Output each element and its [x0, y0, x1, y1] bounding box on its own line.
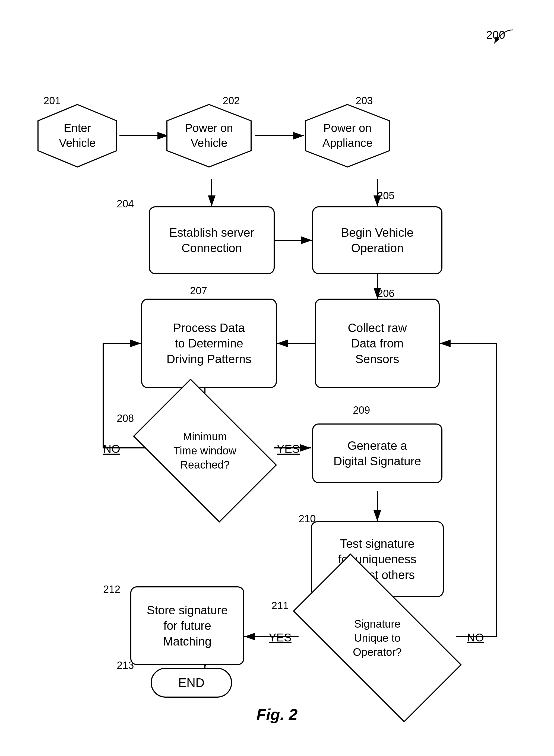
ref-210: 210 — [298, 513, 316, 525]
node-generate-sig: Generate aDigital Signature — [312, 424, 442, 483]
node-211-label: SignatureUnique toOperator? — [353, 617, 402, 659]
ref-209: 209 — [353, 404, 370, 416]
ref-207: 207 — [190, 285, 207, 297]
node-store-sig: Store signaturefor futureMatching — [130, 586, 244, 665]
node-process-data: Process Datato DetermineDriving Patterns — [141, 299, 277, 388]
ref-213: 213 — [117, 660, 134, 671]
ref-205: 205 — [377, 190, 394, 202]
node-203-label: Power onAppliance — [323, 121, 373, 150]
ref-arrow-200 — [486, 27, 519, 49]
node-establish-server: Establish serverConnection — [149, 206, 275, 274]
no-label-1: NO — [103, 442, 120, 455]
ref-204: 204 — [117, 198, 134, 210]
figure-label: Fig. 2 — [257, 705, 297, 723]
node-begin-vehicle: Begin VehicleOperation — [312, 206, 442, 274]
node-sig-unique: SignatureUnique toOperator? — [298, 597, 456, 679]
node-power-on-appliance: Power onAppliance — [304, 103, 391, 168]
node-power-on-vehicle: Power onVehicle — [166, 103, 253, 168]
node-208-label: MinimumTime windowReached? — [173, 429, 236, 472]
node-min-time: MinimumTime windowReached? — [144, 410, 266, 491]
node-212-label: Store signaturefor futureMatching — [147, 602, 228, 649]
ref-211: 211 — [271, 600, 288, 611]
diagram-container: 200 EnterVehicle 201 Power onVehicle 202… — [0, 0, 554, 756]
ref-208: 208 — [117, 413, 134, 424]
ref-212: 212 — [103, 584, 120, 595]
node-213-label: END — [178, 676, 204, 690]
node-201-label: EnterVehicle — [59, 121, 96, 150]
ref-201: 201 — [44, 95, 60, 107]
node-206-label: Collect rawData fromSensors — [348, 320, 407, 367]
node-204-label: Establish serverConnection — [169, 225, 254, 256]
node-enter-vehicle: EnterVehicle — [37, 103, 118, 168]
node-end: END — [151, 668, 232, 698]
ref-203: 203 — [355, 95, 373, 107]
ref-206: 206 — [377, 288, 394, 300]
node-209-label: Generate aDigital Signature — [334, 438, 421, 469]
yes-label-2: YES — [269, 631, 291, 644]
yes-label-1: YES — [277, 442, 300, 455]
no-label-2: NO — [467, 631, 484, 644]
node-collect-data: Collect rawData fromSensors — [315, 299, 440, 388]
node-207-label: Process Datato DetermineDriving Patterns — [166, 320, 252, 367]
node-205-label: Begin VehicleOperation — [341, 225, 414, 256]
ref-202: 202 — [223, 95, 240, 107]
node-202-label: Power onVehicle — [185, 121, 233, 150]
